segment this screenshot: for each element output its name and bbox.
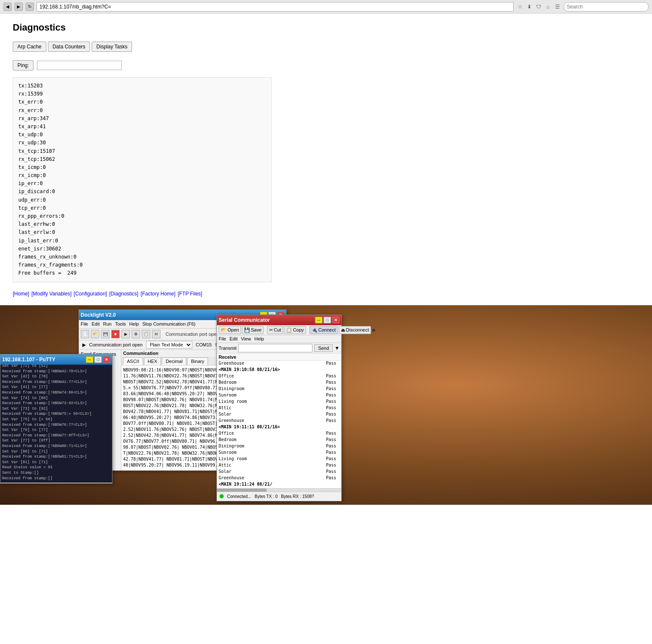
serial-open-button[interactable]: 📂 Open [219,326,241,334]
putty-window-controls: ─ □ ✕ [86,356,110,363]
putty-title: 192.168.1.107 - PuTTY [2,357,55,363]
browser-chrome: ◀ ▶ ↻ ☆ ⬇ 🛡 ⌂ ☰ [0,0,652,14]
transmit-input[interactable] [238,344,312,352]
docklight-menu-edit[interactable]: Edit [92,321,100,326]
footer-link-diagnostics[interactable]: [Diagnostics] [109,291,138,297]
serial-room-label: Attic [219,405,231,411]
docklight-comm-status: Communication port open [166,332,219,337]
connection-status-dot [219,494,224,498]
data-counters-button[interactable]: Data Counters [48,42,90,52]
bookmark-icon[interactable]: ☆ [516,3,524,11]
address-bar[interactable] [37,2,514,11]
serial-room-label: Greenhouse [219,361,244,366]
serial-maximize-button[interactable]: □ [323,317,331,323]
display-tasks-button[interactable]: Display Tasks [92,42,132,52]
download-icon[interactable]: ⬇ [526,3,533,11]
serial-data-row: OfficePass [219,373,340,379]
serial-close-button[interactable]: ✕ [332,317,340,323]
shield-icon[interactable]: 🛡 [535,3,542,11]
comm-tab-decimal[interactable]: Decimal [162,357,186,365]
serial-data-row: Living roomPass [219,398,340,405]
tool-settings-icon[interactable]: ⚙ [132,330,140,338]
comm-tab-ascii[interactable]: ASCII [123,357,143,365]
serial-menu-edit[interactable]: Edit [230,336,238,341]
serial-menu-help[interactable]: Help [254,336,264,341]
serial-data-row: AtticPass [219,462,340,468]
tool-play-icon[interactable]: ▶ [121,330,130,338]
serial-data-row: SolarPass [219,468,340,475]
docklight-menu-stop[interactable]: Stop Communication (F6) [142,321,195,326]
serial-disconnect-button[interactable]: ⏏ Disconnect [339,326,371,334]
serial-data-row: OfficePass [219,430,340,436]
serial-expand-icon[interactable]: » [372,326,375,333]
tool-save-icon[interactable]: 💾 [101,330,110,338]
serial-room-label: Diningroom [219,443,244,449]
back-button[interactable]: ◀ [3,3,12,11]
tool-stop-icon[interactable]: ■ [111,330,120,338]
serial-data-row: SolarPass [219,411,340,417]
tool-hex-icon[interactable]: H [152,330,160,338]
toolbar-buttons: Arp Cache Data Counters Display Tasks [13,42,639,52]
serial-data-row: DiningroomPass [219,385,340,392]
footer-link-modify[interactable]: [Modify Variables] [31,291,71,297]
bytes-rx-label: Bytes RX : 1508? [281,494,314,499]
copy-icon: 📋 [286,327,292,333]
footer-link-ftp[interactable]: [FTP Files] [178,291,202,297]
serial-titlebar[interactable]: Serial Communicator ─ □ ✕ [217,315,341,325]
serial-cut-button[interactable]: ✂ Cut [267,326,283,334]
docklight-menu-file[interactable]: File [81,321,88,326]
tool-log-icon[interactable]: 📋 [142,330,150,338]
forward-button[interactable]: ▶ [14,3,23,11]
putty-titlebar[interactable]: 192.168.1.107 - PuTTY ─ □ ✕ [0,354,112,365]
serial-room-label: Living room [219,398,247,405]
serial-status-label: Pass [326,449,336,456]
docklight-menu-help[interactable]: Help [129,321,139,326]
ping-input[interactable] [37,61,122,70]
serial-data: <MAIN 19:10:58 08/21/16> AtticPass Solar… [217,361,341,488]
serial-minimize-button[interactable]: ─ [315,317,323,323]
serial-menu-file[interactable]: File [219,336,226,341]
serial-data-row: BedroomPass [219,379,340,385]
serial-connect-button[interactable]: 🔌 Connect [309,326,338,334]
serial-scrollbar-thumb[interactable] [217,489,267,492]
home-icon[interactable]: ⌂ [544,3,552,11]
serial-data-row: AtticPass [219,405,340,411]
serial-menu-view[interactable]: View [241,336,251,341]
disconnect-icon: ⏏ [341,327,345,333]
settings-icon[interactable]: ☰ [554,3,561,11]
comm-tab-binary[interactable]: Binary [187,357,208,365]
page-content: Diagnostics Arp Cache Data Counters Disp… [0,14,652,305]
footer-link-home[interactable]: [Home] [13,291,29,297]
serial-data-row: BedroomPass [219,436,340,443]
tool-open-icon[interactable]: 📂 [91,330,99,338]
docklight-menu-run[interactable]: Run [103,321,112,326]
search-input[interactable] [564,2,649,11]
docklight-mode-select[interactable]: Plain Text Mode [146,341,192,349]
serial-room-label: Bedroom [219,436,236,443]
serial-room-label: Attic [219,462,231,468]
serial-section-header: <MAIN 19:10:58 08/21/16> [219,366,340,373]
serial-scrollbar[interactable] [217,488,341,492]
serial-save-button[interactable]: 💾 Save [242,326,264,334]
ping-button[interactable]: Ping: [13,60,34,70]
putty-minimize-button[interactable]: ─ [86,356,93,363]
docklight-port-label: COM15 [196,342,212,347]
serial-copy-button[interactable]: 📋 Copy [284,326,306,334]
docklight-arrow-icon: ▶ [82,342,86,348]
desktop-area: Docklight V2.0 ─ □ ✕ File Edit Run Tools… [0,305,652,505]
refresh-button[interactable]: ↻ [25,3,34,11]
putty-close-button[interactable]: ✕ [103,356,110,363]
putty-maximize-button[interactable]: □ [94,356,102,363]
send-dropdown-icon[interactable]: ▼ [334,345,340,351]
serial-status-label: Pass [326,417,336,424]
docklight-title: Docklight V2.0 [81,312,116,318]
arp-cache-button[interactable]: Arp Cache [13,42,46,52]
tool-new-icon[interactable]: 📄 [81,330,89,338]
comm-tab-hex[interactable]: HEX [144,357,161,365]
footer-link-config[interactable]: [Configuration] [74,291,107,297]
docklight-menu-tools[interactable]: Tools [115,321,126,326]
serial-send-button[interactable]: Send [314,344,333,352]
serial-status-label: Pass [326,361,336,366]
serial-data-row: GreenhousePass [219,417,340,424]
footer-link-factory[interactable]: [Factory Home] [141,291,175,297]
